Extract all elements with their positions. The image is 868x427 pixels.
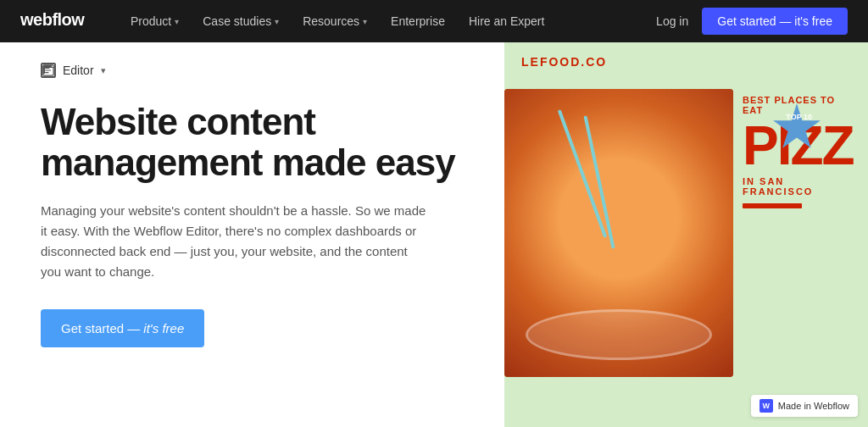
svg-rect-1 — [43, 65, 53, 75]
svg-text:webflow: webflow — [20, 10, 85, 29]
nav-item-case-studies[interactable]: Case studies ▾ — [192, 9, 289, 33]
top10-badge-text: TOP 10 — [786, 113, 812, 122]
magazine-text-area: BEST PLACES TO EAT PIZZ IN SAN FRANCISCO — [732, 85, 868, 219]
editor-icon — [41, 63, 56, 78]
made-in-webflow-text: Made in Webflow — [778, 401, 849, 411]
hero-cta-sub: — it's free — [127, 321, 184, 336]
webflow-logo-small: W — [760, 399, 773, 413]
editor-label: Editor — [63, 64, 94, 77]
case-studies-chevron-icon: ▾ — [275, 17, 279, 26]
product-chevron-icon: ▾ — [175, 17, 179, 26]
chopstick-2-icon — [583, 115, 615, 248]
get-started-nav-button[interactable]: Get started — it's free — [702, 8, 848, 35]
nav-item-hire-expert[interactable]: Hire an Expert — [459, 9, 554, 33]
made-in-webflow-badge[interactable]: W Made in Webflow — [751, 395, 858, 417]
bowl-rim — [526, 309, 712, 360]
nav-item-resources[interactable]: Resources ▾ — [292, 9, 377, 33]
left-panel: Editor ▾ Website content management made… — [0, 42, 504, 427]
nav-links: Product ▾ Case studies ▾ Resources ▾ Ent… — [120, 9, 656, 33]
hero-cta-main: Get started — [61, 321, 124, 336]
red-bar-decoration — [743, 203, 802, 208]
webflow-logo[interactable]: webflow — [20, 10, 97, 33]
right-panel: LEFOOD.CO TOP 10 BEST PLACES TO EAT PIZZ… — [504, 42, 868, 427]
location-text: IN SAN FRANCISCO — [743, 176, 858, 197]
editor-bar: Editor ▾ — [41, 63, 464, 78]
hero-subtext: Managing your website's content shouldn'… — [41, 201, 431, 282]
nav-item-enterprise[interactable]: Enterprise — [381, 9, 455, 33]
resources-chevron-icon: ▾ — [363, 17, 367, 26]
main-layout: Editor ▾ Website content management made… — [0, 42, 868, 427]
bowl-illustration — [504, 89, 733, 377]
food-image — [504, 89, 733, 377]
hero-heading: Website content management made easy — [41, 102, 464, 184]
magazine-brand: LEFOOD.CO — [521, 55, 607, 69]
magazine-mockup: LEFOOD.CO TOP 10 BEST PLACES TO EAT PIZZ… — [504, 42, 868, 427]
login-button[interactable]: Log in — [656, 14, 688, 28]
navbar: webflow Product ▾ Case studies ▾ Resourc… — [0, 0, 868, 42]
chopstick-1-icon — [558, 109, 607, 238]
get-started-hero-button[interactable]: Get started — it's free — [41, 309, 204, 347]
nav-item-product[interactable]: Product ▾ — [120, 9, 189, 33]
magazine-header: LEFOOD.CO — [504, 42, 868, 69]
nav-actions: Log in Get started — it's free — [656, 8, 848, 35]
editor-chevron-icon: ▾ — [101, 65, 106, 76]
